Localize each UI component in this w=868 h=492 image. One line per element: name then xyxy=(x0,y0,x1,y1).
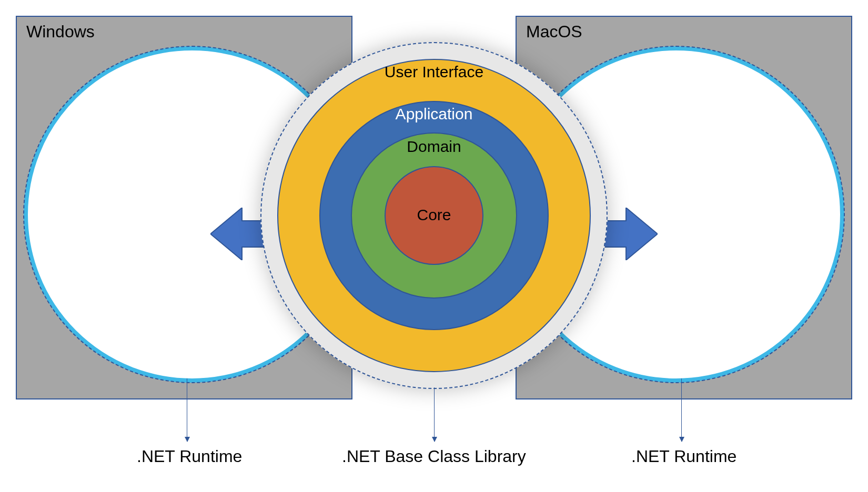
concentric-layers: User Interface Application Domain Core xyxy=(260,42,608,389)
architecture-diagram: Windows MacOS User Interface Application… xyxy=(16,16,852,476)
application-ring-label: Application xyxy=(396,105,473,123)
callout-right-label: .NET Runtime xyxy=(631,447,736,466)
callout-center-label: .NET Base Class Library xyxy=(342,447,526,466)
callout-line-left xyxy=(187,378,187,442)
windows-label: Windows xyxy=(17,17,104,47)
callout-line-right xyxy=(681,378,682,442)
callout-left-label: .NET Runtime xyxy=(137,447,242,466)
core-ring-label: Core xyxy=(417,206,451,224)
callout-line-center xyxy=(434,387,435,442)
domain-ring-label: Domain xyxy=(407,138,461,156)
ui-ring-label: User Interface xyxy=(385,63,483,81)
